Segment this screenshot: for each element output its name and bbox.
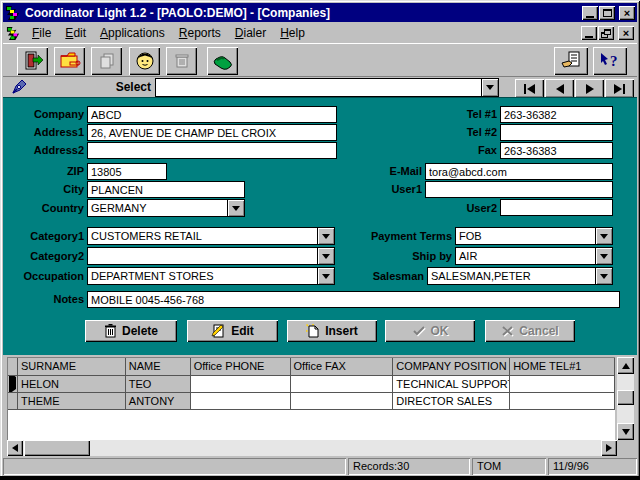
column-header-surname[interactable]: SURNAME (18, 358, 126, 376)
contacts-grid: SURNAME NAME Office PHONE Office FAX COM… (7, 357, 615, 440)
contacts-button[interactable] (129, 47, 160, 75)
payment-terms-combobox[interactable]: FOB (455, 227, 613, 245)
cell-home-tel1[interactable] (510, 393, 615, 410)
column-header-office-fax[interactable]: Office FAX (291, 358, 394, 376)
category2-dropdown-button[interactable] (317, 248, 334, 264)
salesman-dropdown-button[interactable] (595, 268, 612, 284)
edit-button[interactable]: Edit (187, 320, 278, 342)
zip-field[interactable] (87, 163, 167, 180)
notes-field[interactable] (87, 291, 620, 308)
previous-record-button[interactable] (545, 79, 574, 98)
user2-field[interactable] (500, 199, 613, 216)
app-window: Coordinator Light 1.2 - [PAOLO:DEMO] - [… (0, 0, 640, 480)
occupation-combobox[interactable]: DEPARTMENT STORES (87, 267, 335, 285)
reports-button[interactable] (554, 47, 588, 75)
cell-name[interactable]: TEO (126, 376, 191, 393)
open-company-button[interactable] (54, 47, 85, 75)
scroll-right-button[interactable] (601, 440, 617, 456)
menu-dialer[interactable]: Dialer (228, 24, 273, 42)
address2-field[interactable] (87, 142, 337, 159)
salesman-value: SALESMAN,PETER (428, 268, 595, 284)
exit-door-icon (22, 50, 44, 72)
document-logo-icon[interactable] (6, 26, 21, 41)
occupation-dropdown-button[interactable] (317, 268, 334, 284)
country-dropdown-button[interactable] (227, 200, 244, 216)
menu-help[interactable]: Help (273, 24, 312, 42)
cell-office-fax[interactable] (291, 393, 394, 410)
dialer-button[interactable] (207, 47, 238, 75)
cell-surname[interactable]: THEME (18, 393, 126, 410)
category2-combobox[interactable] (87, 247, 335, 265)
user1-field[interactable] (425, 181, 613, 198)
chevron-down-icon (322, 254, 330, 259)
menu-applications[interactable]: Applications (93, 24, 172, 42)
vertical-scrollbar-thumb[interactable] (617, 390, 634, 405)
cell-office-phone[interactable] (191, 376, 291, 393)
menu-edit[interactable]: Edit (58, 24, 93, 42)
payment-terms-dropdown-button[interactable] (595, 228, 612, 244)
last-record-button[interactable] (605, 79, 634, 98)
delete-button[interactable]: Delete (85, 320, 177, 342)
cell-home-tel1[interactable] (510, 376, 615, 393)
next-record-icon (586, 84, 594, 94)
close-button[interactable]: × (619, 6, 635, 20)
tel1-field[interactable] (500, 106, 613, 123)
scroll-down-button[interactable] (617, 423, 634, 440)
select-combobox[interactable] (155, 78, 499, 97)
category2-label: Category2 (10, 250, 84, 262)
cell-office-fax[interactable] (291, 376, 394, 393)
child-minimize-button[interactable] (581, 26, 597, 40)
cell-surname[interactable]: HELON (18, 376, 126, 393)
exit-button[interactable] (17, 47, 48, 75)
status-message-panel (3, 458, 346, 475)
menu-reports[interactable]: Reports (172, 24, 228, 42)
address1-field[interactable] (87, 124, 337, 141)
insert-button[interactable]: Insert (287, 320, 377, 342)
tel2-field[interactable] (500, 124, 613, 141)
select-label: Select (103, 80, 151, 94)
table-row[interactable]: THEME ANTONY DIRECTOR SALES (8, 393, 615, 410)
table-row[interactable]: HELON TEO TECHNICAL SUPPORT (8, 376, 615, 393)
ok-button[interactable]: OK (385, 320, 475, 342)
cancel-button[interactable]: Cancel (485, 320, 575, 342)
scroll-up-button[interactable] (617, 357, 634, 374)
next-record-button[interactable] (575, 79, 604, 98)
delete-button-disabled-toolbar[interactable] (166, 47, 197, 75)
column-header-name[interactable]: NAME (126, 358, 191, 376)
fax-field[interactable] (500, 142, 613, 159)
ship-by-dropdown-button[interactable] (595, 248, 612, 264)
column-header-company-position[interactable]: COMPANY POSITION (393, 358, 510, 376)
maximize-button[interactable] (599, 6, 615, 20)
select-dropdown-button[interactable] (481, 79, 498, 96)
child-restore-button[interactable] (598, 26, 614, 40)
salesman-combobox[interactable]: SALESMAN,PETER (427, 267, 613, 285)
copy-button-disabled[interactable] (91, 47, 122, 75)
horizontal-scrollbar-track[interactable] (23, 440, 601, 456)
scroll-left-button[interactable] (7, 440, 23, 456)
folder-icon (59, 50, 81, 72)
column-header-office-phone[interactable]: Office PHONE (191, 358, 291, 376)
category1-combobox[interactable]: CUSTOMERS RETAIL (87, 227, 335, 245)
minimize-icon (586, 16, 594, 18)
city-field[interactable] (87, 181, 245, 198)
menu-file[interactable]: File (25, 24, 58, 42)
help-button[interactable]: ? (593, 47, 627, 75)
minimize-button[interactable] (582, 6, 598, 20)
zip-label: ZIP (10, 165, 84, 177)
category1-dropdown-button[interactable] (317, 228, 334, 244)
first-record-button[interactable] (515, 79, 544, 98)
ship-by-combobox[interactable]: AIR (455, 247, 613, 265)
category1-label: Category1 (10, 230, 84, 242)
country-combobox[interactable]: GERMANY (87, 199, 245, 217)
cell-office-phone[interactable] (191, 393, 291, 410)
company-field[interactable] (87, 106, 337, 123)
column-header-home-tel1[interactable]: HOME TEL#1 (510, 358, 615, 376)
cell-name[interactable]: ANTONY (126, 393, 191, 410)
cell-company-position[interactable]: DIRECTOR SALES (393, 393, 510, 410)
insert-button-label: Insert (325, 324, 358, 338)
horizontal-scrollbar-thumb[interactable] (24, 440, 90, 456)
child-close-button[interactable]: × (618, 26, 634, 40)
email-field[interactable] (425, 163, 613, 180)
cell-company-position[interactable]: TECHNICAL SUPPORT (393, 376, 510, 393)
title-bar[interactable]: Coordinator Light 1.2 - [PAOLO:DEMO] - [… (3, 3, 637, 22)
